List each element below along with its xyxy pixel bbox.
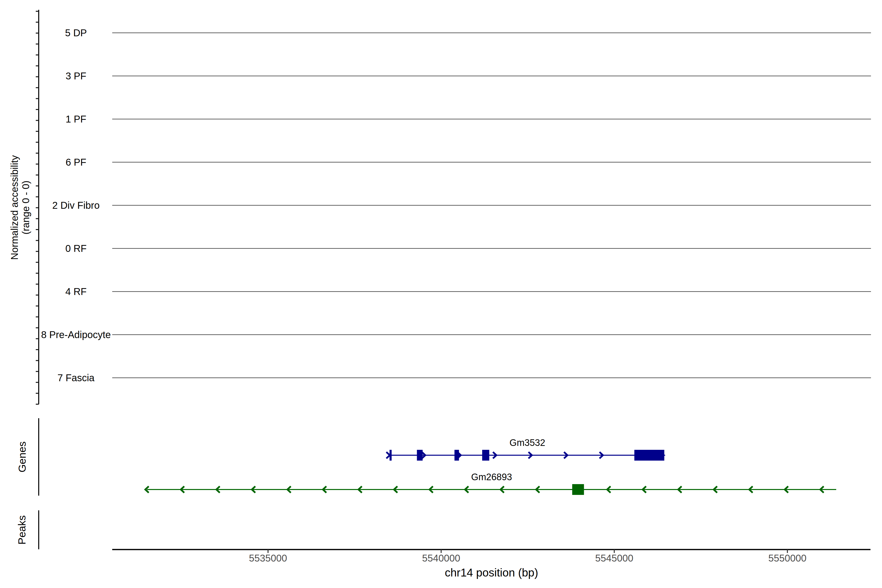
gene-model-Gm26893-exon [572,484,584,495]
gene-model-Gm3532-exon [454,450,459,460]
track-label: 3 PF [22,70,130,82]
track-label: 8 Pre-Adipocyte [22,329,130,340]
x-axis-title: chr14 position (bp) [345,566,639,579]
track-label: 7 Fascia [22,372,130,384]
peaks-panel-label: Peaks [16,481,27,579]
track-label: 0 RF [22,243,130,254]
x-tick-label: 5550000 [738,553,836,564]
gene-model-Gm3532-exon [417,450,423,460]
gene-model-Gm3532-exon [482,450,489,460]
gene-model-Gm3532-exon [390,450,392,460]
gene-name-label: Gm3532 [478,438,576,448]
x-tick-label: 5535000 [219,553,317,564]
x-tick-label: 5540000 [392,553,490,564]
plot-canvas [0,0,882,588]
gene-name-label: Gm26893 [443,472,541,482]
track-label: 2 Div Fibro [22,200,130,211]
y-axis-label-line1: Normalized accessibility [9,0,20,416]
track-label: 1 PF [22,113,130,125]
track-label: 4 RF [22,286,130,297]
gene-model-Gm3532-exon [634,450,664,460]
x-tick-label: 5545000 [565,553,663,564]
strand-arrow-icon [386,452,390,458]
track-label: 6 PF [22,156,130,168]
coverage-plot-figure: Normalized accessibility (range 0 - 0) G… [0,0,882,588]
track-label: 5 DP [22,27,130,39]
